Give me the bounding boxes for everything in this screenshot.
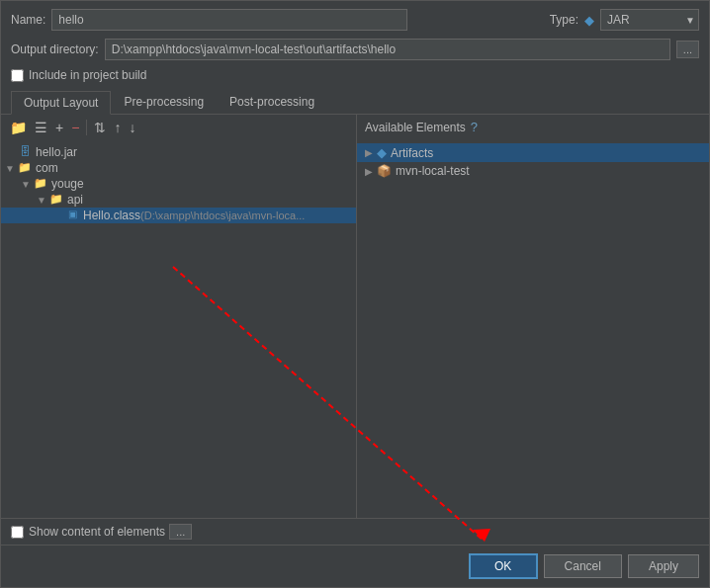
toolbar-folder-icon[interactable]: 📁 <box>7 119 30 136</box>
type-label: Type: <box>550 13 578 27</box>
avail-item-label: Artifacts <box>391 146 433 160</box>
bottom-bar: Show content of elements ... <box>1 518 709 545</box>
tab-preprocessing[interactable]: Pre-processing <box>111 90 217 114</box>
tree-item-hello-class[interactable]: ▣ Hello.class (D:\xampp\htdocs\java\mvn-… <box>1 208 356 223</box>
tree-arrow-icon: ▼ <box>21 179 33 190</box>
tree-arrow-icon: ▶ <box>365 147 377 158</box>
more-button[interactable]: ... <box>169 524 192 540</box>
module-icon: 📦 <box>377 164 392 178</box>
include-label: Include in project build <box>29 68 146 82</box>
jar-icon: 🗄 <box>17 145 33 159</box>
include-checkbox-row: Include in project build <box>1 64 709 86</box>
toolbar-up-button[interactable]: ↑ <box>111 119 124 136</box>
ok-button[interactable]: OK <box>469 553 538 579</box>
artifact-icon: ◆ <box>377 145 387 160</box>
tree-arrow-icon: ▶ <box>365 166 377 177</box>
type-select-wrapper[interactable]: JAR WAR ▼ <box>600 9 699 31</box>
available-tree[interactable]: ▶ ◆ Artifacts ▶ 📦 mvn-local-test <box>357 139 709 518</box>
include-checkbox[interactable] <box>11 69 24 82</box>
tree-item-label: Hello.class <box>83 209 140 222</box>
content-area: 📁 ☰ + − ⇅ ↑ ↓ 🗄 hello.jar <box>1 115 709 518</box>
class-icon: ▣ <box>64 209 80 222</box>
jar-diamond-icon: ◆ <box>584 13 594 28</box>
output-dir-input[interactable] <box>105 39 670 60</box>
tree-item-label: youge <box>51 177 84 191</box>
toolbar-list-icon[interactable]: ☰ <box>32 119 50 136</box>
show-content-label: Show content of elements <box>29 525 165 539</box>
tabs-row: Output Layout Pre-processing Post-proces… <box>1 86 709 115</box>
show-content-row: Show content of elements <box>11 525 165 539</box>
tree-item-label: com <box>36 161 58 175</box>
output-dir-label: Output directory: <box>11 42 99 56</box>
toolbar-sort-button[interactable]: ⇅ <box>91 119 109 136</box>
toolbar-down-button[interactable]: ↓ <box>126 119 138 136</box>
avail-item-label: mvn-local-test <box>396 164 470 178</box>
show-content-checkbox[interactable] <box>11 526 24 539</box>
toolbar-add-button[interactable]: + <box>52 119 66 136</box>
folder-icon: 📁 <box>17 161 33 175</box>
avail-item-mvn-local-test[interactable]: ▶ 📦 mvn-local-test <box>357 162 709 180</box>
right-pane: Available Elements ? ▶ ◆ Artifacts ▶ 📦 m… <box>357 115 709 518</box>
toolbar-remove-button[interactable]: − <box>68 119 82 136</box>
file-tree[interactable]: 🗄 hello.jar ▼ 📁 com ▼ 📁 <box>1 140 356 518</box>
type-section: Type: ◆ JAR WAR ▼ <box>550 9 699 31</box>
tree-item-label: api <box>67 193 83 207</box>
cancel-button[interactable]: Cancel <box>544 554 622 578</box>
tab-output-layout[interactable]: Output Layout <box>11 91 111 115</box>
tree-arrow-icon: ▼ <box>37 195 48 206</box>
help-icon[interactable]: ? <box>471 120 478 134</box>
tree-item-com[interactable]: ▼ 📁 com <box>1 160 356 176</box>
name-type-row: Name: Type: ◆ JAR WAR ▼ <box>1 1 709 35</box>
tree-item-path: (D:\xampp\htdocs\java\mvn-loca... <box>140 210 305 221</box>
output-dir-row: Output directory: ... <box>1 35 709 64</box>
tree-item-youge[interactable]: ▼ 📁 youge <box>1 176 356 192</box>
tree-arrow-icon: ▼ <box>5 163 17 174</box>
name-input[interactable] <box>51 9 407 31</box>
available-header: Available Elements ? <box>357 115 709 139</box>
tree-item-api[interactable]: ▼ 📁 api <box>1 192 356 208</box>
browse-button[interactable]: ... <box>676 41 699 58</box>
action-buttons: OK Cancel Apply <box>1 545 709 587</box>
avail-item-artifacts[interactable]: ▶ ◆ Artifacts <box>357 143 709 162</box>
toolbar-separator <box>86 120 87 135</box>
folder-icon: 📁 <box>33 177 48 191</box>
tree-item-label: hello.jar <box>36 145 77 159</box>
available-label: Available Elements <box>365 121 466 134</box>
tab-postprocessing[interactable]: Post-processing <box>217 90 327 114</box>
type-select[interactable]: JAR WAR <box>600 9 699 31</box>
apply-button[interactable]: Apply <box>628 554 699 578</box>
toolbar-row: 📁 ☰ + − ⇅ ↑ ↓ <box>1 115 356 140</box>
name-label: Name: <box>11 13 45 27</box>
left-pane: 📁 ☰ + − ⇅ ↑ ↓ 🗄 hello.jar <box>1 115 357 518</box>
folder-icon: 📁 <box>48 193 64 207</box>
tree-item-hello-jar[interactable]: 🗄 hello.jar <box>1 144 356 160</box>
